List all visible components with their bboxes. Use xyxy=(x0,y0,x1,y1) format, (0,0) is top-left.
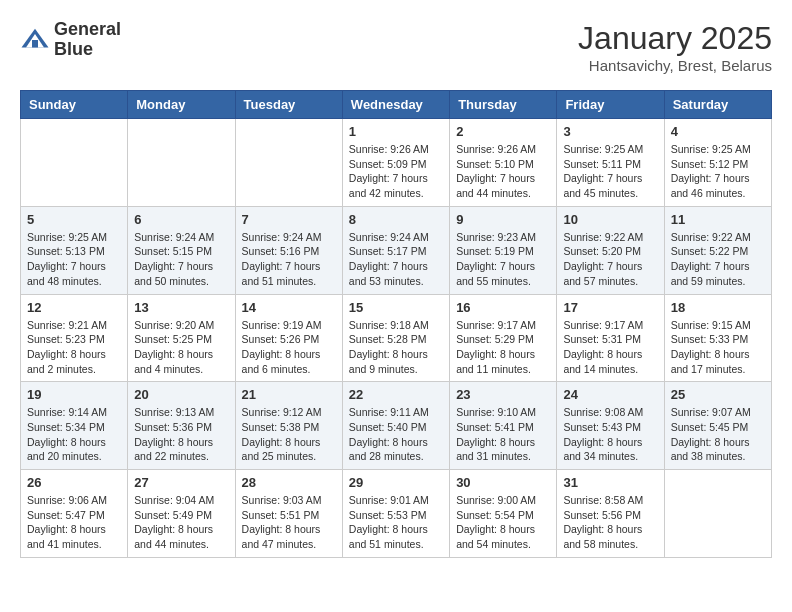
day-info: Sunrise: 9:10 AM Sunset: 5:41 PM Dayligh… xyxy=(456,405,550,464)
day-number: 4 xyxy=(671,124,765,139)
week-row-3: 12Sunrise: 9:21 AM Sunset: 5:23 PM Dayli… xyxy=(21,294,772,382)
day-info: Sunrise: 9:22 AM Sunset: 5:20 PM Dayligh… xyxy=(563,230,657,289)
calendar-cell: 10Sunrise: 9:22 AM Sunset: 5:20 PM Dayli… xyxy=(557,206,664,294)
calendar-cell xyxy=(664,470,771,558)
day-number: 25 xyxy=(671,387,765,402)
calendar-cell: 25Sunrise: 9:07 AM Sunset: 5:45 PM Dayli… xyxy=(664,382,771,470)
calendar-cell: 1Sunrise: 9:26 AM Sunset: 5:09 PM Daylig… xyxy=(342,119,449,207)
day-info: Sunrise: 9:24 AM Sunset: 5:15 PM Dayligh… xyxy=(134,230,228,289)
day-number: 21 xyxy=(242,387,336,402)
day-info: Sunrise: 9:21 AM Sunset: 5:23 PM Dayligh… xyxy=(27,318,121,377)
calendar-cell: 18Sunrise: 9:15 AM Sunset: 5:33 PM Dayli… xyxy=(664,294,771,382)
day-number: 18 xyxy=(671,300,765,315)
header: General Blue January 2025 Hantsavichy, B… xyxy=(20,20,772,74)
calendar-cell: 11Sunrise: 9:22 AM Sunset: 5:22 PM Dayli… xyxy=(664,206,771,294)
calendar-cell: 22Sunrise: 9:11 AM Sunset: 5:40 PM Dayli… xyxy=(342,382,449,470)
calendar-cell: 4Sunrise: 9:25 AM Sunset: 5:12 PM Daylig… xyxy=(664,119,771,207)
day-number: 27 xyxy=(134,475,228,490)
day-info: Sunrise: 9:25 AM Sunset: 5:12 PM Dayligh… xyxy=(671,142,765,201)
day-info: Sunrise: 9:19 AM Sunset: 5:26 PM Dayligh… xyxy=(242,318,336,377)
day-number: 11 xyxy=(671,212,765,227)
calendar-cell: 16Sunrise: 9:17 AM Sunset: 5:29 PM Dayli… xyxy=(450,294,557,382)
calendar-cell: 6Sunrise: 9:24 AM Sunset: 5:15 PM Daylig… xyxy=(128,206,235,294)
week-row-5: 26Sunrise: 9:06 AM Sunset: 5:47 PM Dayli… xyxy=(21,470,772,558)
day-header-thursday: Thursday xyxy=(450,91,557,119)
day-info: Sunrise: 9:17 AM Sunset: 5:29 PM Dayligh… xyxy=(456,318,550,377)
calendar-cell: 7Sunrise: 9:24 AM Sunset: 5:16 PM Daylig… xyxy=(235,206,342,294)
calendar-cell: 23Sunrise: 9:10 AM Sunset: 5:41 PM Dayli… xyxy=(450,382,557,470)
day-header-monday: Monday xyxy=(128,91,235,119)
day-number: 9 xyxy=(456,212,550,227)
day-number: 7 xyxy=(242,212,336,227)
calendar-cell: 21Sunrise: 9:12 AM Sunset: 5:38 PM Dayli… xyxy=(235,382,342,470)
calendar: SundayMondayTuesdayWednesdayThursdayFrid… xyxy=(20,90,772,558)
day-info: Sunrise: 9:26 AM Sunset: 5:09 PM Dayligh… xyxy=(349,142,443,201)
title-block: January 2025 Hantsavichy, Brest, Belarus xyxy=(578,20,772,74)
calendar-cell: 26Sunrise: 9:06 AM Sunset: 5:47 PM Dayli… xyxy=(21,470,128,558)
day-number: 14 xyxy=(242,300,336,315)
logo-text: General Blue xyxy=(54,20,121,60)
day-number: 13 xyxy=(134,300,228,315)
day-info: Sunrise: 9:25 AM Sunset: 5:13 PM Dayligh… xyxy=(27,230,121,289)
logo-line2: Blue xyxy=(54,40,121,60)
day-info: Sunrise: 9:22 AM Sunset: 5:22 PM Dayligh… xyxy=(671,230,765,289)
calendar-cell: 9Sunrise: 9:23 AM Sunset: 5:19 PM Daylig… xyxy=(450,206,557,294)
day-info: Sunrise: 9:08 AM Sunset: 5:43 PM Dayligh… xyxy=(563,405,657,464)
day-info: Sunrise: 9:26 AM Sunset: 5:10 PM Dayligh… xyxy=(456,142,550,201)
day-info: Sunrise: 9:25 AM Sunset: 5:11 PM Dayligh… xyxy=(563,142,657,201)
day-header-tuesday: Tuesday xyxy=(235,91,342,119)
day-header-friday: Friday xyxy=(557,91,664,119)
day-info: Sunrise: 9:24 AM Sunset: 5:16 PM Dayligh… xyxy=(242,230,336,289)
week-row-1: 1Sunrise: 9:26 AM Sunset: 5:09 PM Daylig… xyxy=(21,119,772,207)
day-header-wednesday: Wednesday xyxy=(342,91,449,119)
day-info: Sunrise: 9:06 AM Sunset: 5:47 PM Dayligh… xyxy=(27,493,121,552)
day-info: Sunrise: 9:18 AM Sunset: 5:28 PM Dayligh… xyxy=(349,318,443,377)
day-number: 10 xyxy=(563,212,657,227)
day-info: Sunrise: 9:17 AM Sunset: 5:31 PM Dayligh… xyxy=(563,318,657,377)
calendar-cell: 31Sunrise: 8:58 AM Sunset: 5:56 PM Dayli… xyxy=(557,470,664,558)
day-info: Sunrise: 9:01 AM Sunset: 5:53 PM Dayligh… xyxy=(349,493,443,552)
day-number: 28 xyxy=(242,475,336,490)
location-subtitle: Hantsavichy, Brest, Belarus xyxy=(578,57,772,74)
page: General Blue January 2025 Hantsavichy, B… xyxy=(0,0,792,578)
day-number: 29 xyxy=(349,475,443,490)
day-info: Sunrise: 9:14 AM Sunset: 5:34 PM Dayligh… xyxy=(27,405,121,464)
calendar-cell: 3Sunrise: 9:25 AM Sunset: 5:11 PM Daylig… xyxy=(557,119,664,207)
day-info: Sunrise: 9:24 AM Sunset: 5:17 PM Dayligh… xyxy=(349,230,443,289)
day-number: 23 xyxy=(456,387,550,402)
day-info: Sunrise: 9:13 AM Sunset: 5:36 PM Dayligh… xyxy=(134,405,228,464)
day-header-saturday: Saturday xyxy=(664,91,771,119)
day-number: 12 xyxy=(27,300,121,315)
logo-icon xyxy=(20,25,50,55)
day-info: Sunrise: 9:12 AM Sunset: 5:38 PM Dayligh… xyxy=(242,405,336,464)
day-number: 15 xyxy=(349,300,443,315)
day-number: 30 xyxy=(456,475,550,490)
day-info: Sunrise: 9:07 AM Sunset: 5:45 PM Dayligh… xyxy=(671,405,765,464)
day-info: Sunrise: 9:00 AM Sunset: 5:54 PM Dayligh… xyxy=(456,493,550,552)
day-info: Sunrise: 9:23 AM Sunset: 5:19 PM Dayligh… xyxy=(456,230,550,289)
week-row-4: 19Sunrise: 9:14 AM Sunset: 5:34 PM Dayli… xyxy=(21,382,772,470)
calendar-cell: 15Sunrise: 9:18 AM Sunset: 5:28 PM Dayli… xyxy=(342,294,449,382)
calendar-cell: 29Sunrise: 9:01 AM Sunset: 5:53 PM Dayli… xyxy=(342,470,449,558)
day-number: 24 xyxy=(563,387,657,402)
calendar-cell: 8Sunrise: 9:24 AM Sunset: 5:17 PM Daylig… xyxy=(342,206,449,294)
calendar-header: SundayMondayTuesdayWednesdayThursdayFrid… xyxy=(21,91,772,119)
day-number: 22 xyxy=(349,387,443,402)
day-info: Sunrise: 9:04 AM Sunset: 5:49 PM Dayligh… xyxy=(134,493,228,552)
day-number: 5 xyxy=(27,212,121,227)
logo: General Blue xyxy=(20,20,121,60)
calendar-cell: 2Sunrise: 9:26 AM Sunset: 5:10 PM Daylig… xyxy=(450,119,557,207)
calendar-cell: 27Sunrise: 9:04 AM Sunset: 5:49 PM Dayli… xyxy=(128,470,235,558)
day-info: Sunrise: 9:20 AM Sunset: 5:25 PM Dayligh… xyxy=(134,318,228,377)
day-number: 26 xyxy=(27,475,121,490)
calendar-cell: 20Sunrise: 9:13 AM Sunset: 5:36 PM Dayli… xyxy=(128,382,235,470)
week-row-2: 5Sunrise: 9:25 AM Sunset: 5:13 PM Daylig… xyxy=(21,206,772,294)
day-number: 19 xyxy=(27,387,121,402)
day-info: Sunrise: 9:03 AM Sunset: 5:51 PM Dayligh… xyxy=(242,493,336,552)
day-info: Sunrise: 9:15 AM Sunset: 5:33 PM Dayligh… xyxy=(671,318,765,377)
calendar-cell: 30Sunrise: 9:00 AM Sunset: 5:54 PM Dayli… xyxy=(450,470,557,558)
calendar-cell: 17Sunrise: 9:17 AM Sunset: 5:31 PM Dayli… xyxy=(557,294,664,382)
day-number: 6 xyxy=(134,212,228,227)
day-number: 16 xyxy=(456,300,550,315)
calendar-cell: 13Sunrise: 9:20 AM Sunset: 5:25 PM Dayli… xyxy=(128,294,235,382)
